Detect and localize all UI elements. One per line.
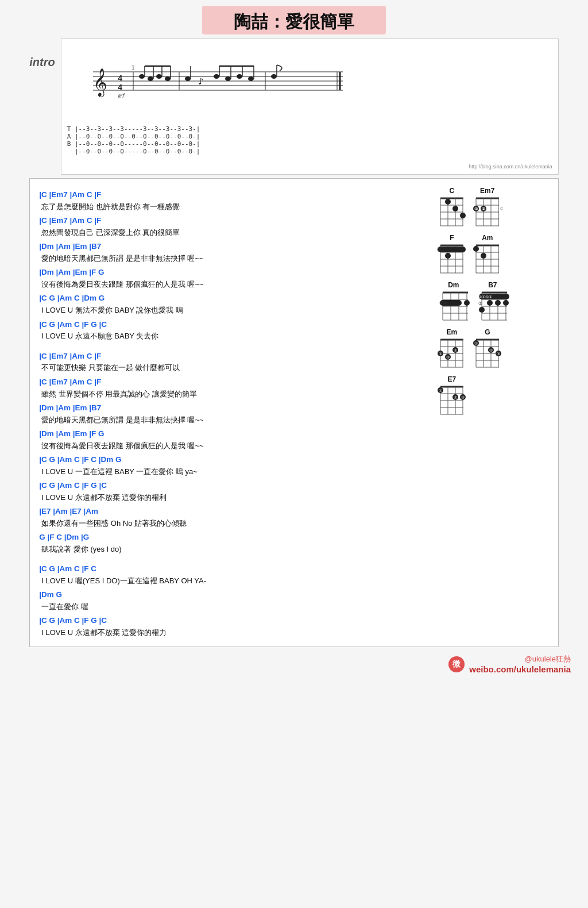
title-area: 陶喆：愛很簡單 xyxy=(0,0,588,39)
svg-text:①: ① xyxy=(474,341,478,345)
svg-point-34 xyxy=(271,74,277,79)
svg-point-16 xyxy=(165,76,171,81)
diagram-Am-svg xyxy=(473,243,502,276)
svg-point-74 xyxy=(445,253,451,259)
chord-line-8: |C |Em7 |Am C |F xyxy=(39,376,430,388)
diagram-C-label: C xyxy=(449,187,454,195)
chord-line-5: |C G |Am C |Dm G xyxy=(39,293,430,305)
chord-diagrams: C xyxy=(437,187,549,638)
diagram-F-label: F xyxy=(450,234,454,242)
diagram-F-svg: ② xyxy=(437,243,467,276)
staff-notation-box: 𝄞 4 4 mf 1 ♪ T |--3--3--3--3-----3--3--3… xyxy=(61,39,559,175)
svg-text:③: ③ xyxy=(461,395,465,399)
weibo-icon: 微 xyxy=(448,656,465,672)
diagram-Em-svg: ① ② ③ xyxy=(437,337,467,371)
svg-point-112 xyxy=(503,300,509,306)
diagram-Am-label: Am xyxy=(482,234,493,242)
svg-text:mf: mf xyxy=(118,93,126,99)
svg-text:②: ② xyxy=(482,207,486,211)
section-gap-1 xyxy=(39,343,430,348)
diagram-Am: Am xyxy=(473,234,502,276)
staff-notation: 𝄞 4 4 mf 1 ♪ xyxy=(67,44,552,117)
chord-line-6: |C G |Am C |F G |C xyxy=(39,319,430,331)
lyric-line-1: 忘了是怎麼開始 也許就是對你 有一種感覺 xyxy=(41,201,430,213)
lyric-line-10: 沒有後悔為愛日夜去跟隨 那個瘋狂的人是我 喔~~ xyxy=(41,440,430,452)
svg-text:②: ② xyxy=(437,247,441,252)
svg-text:①: ① xyxy=(454,348,457,352)
lyric-line-5: I LOVE U 無法不愛你 BABY 說你也愛我 嗚 xyxy=(41,305,430,316)
diagram-Em7-label: Em7 xyxy=(480,187,494,195)
chord-line-15: |C G |Am C |F C xyxy=(39,563,430,575)
lyric-line-9: 愛的地暗天黑都已無所謂 是是非非無法抉擇 喔~~ xyxy=(41,414,430,426)
lyric-line-14: 聽我說著 愛你 (yes I do) xyxy=(41,544,430,555)
diagram-G: G ① ② xyxy=(473,328,502,371)
intro-area: intro 𝄞 4 4 mf 1 ♪ xyxy=(29,39,559,175)
svg-point-86 xyxy=(481,253,486,259)
svg-rect-73 xyxy=(438,247,466,252)
diagram-row-2: F xyxy=(437,234,549,276)
diagram-Dm: Dm ②② xyxy=(437,281,470,324)
weibo-url: weibo.com/ukulelemania xyxy=(469,664,571,674)
chord-line-17: |C G |Am C |F G |C xyxy=(39,615,430,627)
svg-point-28 xyxy=(237,74,242,79)
footer-area: 微 @ukulele狂熱 weibo.com/ukulelemania xyxy=(0,647,588,678)
svg-text:②: ② xyxy=(454,395,457,399)
chord-line-7: |C |Em7 |Am C |F xyxy=(39,351,430,363)
diagram-Dm-label: Dm xyxy=(448,281,459,289)
chord-line-14: G |F C |Dm |G xyxy=(39,532,430,544)
svg-point-99 xyxy=(464,300,470,306)
svg-point-14 xyxy=(156,74,162,79)
chord-line-4: |Dm |Am |Em |F G xyxy=(39,267,430,279)
staff-url: http://blog.sina.com.cn/ukulelemania xyxy=(67,164,552,170)
diagram-B7: B7 xyxy=(476,281,509,324)
chord-line-9: |Dm |Am |Em |B7 xyxy=(39,402,430,414)
diagram-G-label: G xyxy=(485,328,490,336)
svg-point-47 xyxy=(445,199,451,205)
svg-text:②: ② xyxy=(489,348,493,352)
diagram-C: C xyxy=(437,187,467,229)
lyric-line-2: 忽然間發現自己 已深深愛上你 真的很簡單 xyxy=(41,227,430,238)
music-staff-svg: 𝄞 4 4 mf 1 ♪ xyxy=(67,60,349,106)
svg-point-21 xyxy=(185,76,191,81)
chord-line-3: |Dm |Am |Em |B7 xyxy=(39,241,430,253)
svg-text:②②: ②② xyxy=(439,301,447,306)
diagram-row-5: E7 ① xyxy=(437,375,549,418)
svg-text:①: ① xyxy=(439,388,442,393)
svg-text:♪: ♪ xyxy=(198,76,204,87)
svg-point-49 xyxy=(460,213,466,218)
lyric-line-12: I LOVE U 永遠都不放棄 這愛你的權利 xyxy=(41,492,430,503)
page: 陶喆：愛很簡單 intro 𝄞 4 4 mf 1 ♪ xyxy=(0,0,588,908)
lyric-line-4: 沒有後悔為愛日夜去跟隨 那個瘋狂的人是我 喔~~ xyxy=(41,279,430,290)
section-gap-2 xyxy=(39,555,430,561)
chord-line-12: |C G |Am C |F G |C xyxy=(39,480,430,492)
svg-text:4: 4 xyxy=(118,83,122,92)
diagram-Dm-svg: ②② xyxy=(437,290,470,324)
svg-text:𝄞: 𝄞 xyxy=(93,68,107,98)
lyric-line-17: I LOVE U 永遠都不放棄 這愛你的權力 xyxy=(41,627,430,638)
svg-point-113 xyxy=(479,307,485,313)
diagram-F: F xyxy=(437,234,467,276)
weibo-username: @ukulele狂熱 xyxy=(469,654,571,664)
diagram-E7-label: E7 xyxy=(447,375,456,383)
svg-point-26 xyxy=(225,76,231,81)
page-title: 陶喆：愛很簡單 xyxy=(234,10,354,34)
svg-point-24 xyxy=(214,74,219,79)
diagram-row-1: C xyxy=(437,187,549,229)
svg-text:4: 4 xyxy=(118,74,122,83)
diagram-G-svg: ① ② ③ xyxy=(473,337,502,371)
main-content: |C |Em7 |Am C |F 忘了是怎麼開始 也許就是對你 有一種感覺 |C… xyxy=(29,178,559,647)
chord-line-10: |Dm |Am |Em |F G xyxy=(39,428,430,440)
svg-text:③: ③ xyxy=(500,206,502,211)
svg-text:1: 1 xyxy=(131,65,134,71)
lyric-line-3: 愛的地暗天黑都已無所謂 是是非非無法抉擇 喔~~ xyxy=(41,253,430,264)
lyrics-chords-section: |C |Em7 |Am C |F 忘了是怎麼開始 也許就是對你 有一種感覺 |C… xyxy=(39,187,430,638)
chord-line-11: |C G |Am C |F C |Dm G xyxy=(39,454,430,466)
chord-line-1: |C |Em7 |Am C |F xyxy=(39,189,430,201)
svg-text:①①①①: ①①①① xyxy=(478,295,492,299)
lyric-line-7: 不可能更快樂 只要能在一起 做什麼都可以 xyxy=(41,362,430,374)
svg-text:③: ③ xyxy=(446,355,450,359)
diagram-row-3: Dm ②② xyxy=(437,281,549,324)
diagram-B7-svg: ①①①① ② xyxy=(476,290,509,324)
svg-text:①: ① xyxy=(474,207,478,211)
lyric-line-11: I LOVE U 一直在這裡 BABY 一直在愛你 嗚 ya~ xyxy=(41,466,430,478)
